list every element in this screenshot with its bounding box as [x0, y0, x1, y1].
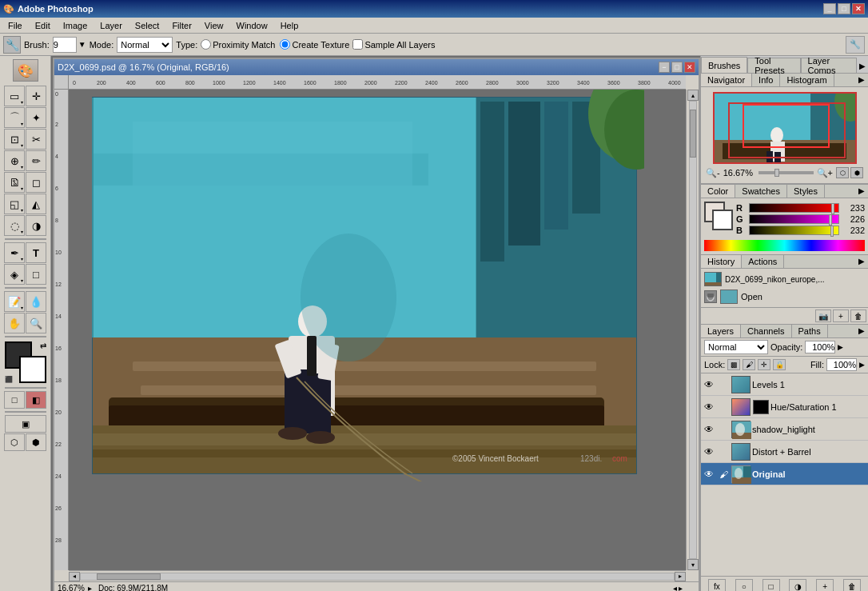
menu-file[interactable]: File [2, 19, 29, 32]
layer-visibility-hue[interactable]: 👁 [703, 401, 715, 413]
maximize-button[interactable]: □ [838, 3, 850, 14]
lock-all-button[interactable]: 🔒 [773, 359, 786, 370]
tab-brushes[interactable]: Brushes [701, 57, 747, 73]
tab-actions[interactable]: Actions [742, 255, 784, 268]
blue-slider-thumb[interactable] [830, 226, 834, 237]
doc-maximize-button[interactable]: □ [671, 62, 683, 73]
close-button[interactable]: ✕ [852, 3, 865, 14]
status-next[interactable]: ▸ [679, 584, 683, 591]
zoom-slider-thumb[interactable] [774, 169, 779, 177]
history-action-snap-button[interactable] [704, 290, 717, 303]
menu-image[interactable]: Image [57, 19, 94, 32]
layer-item-shadow[interactable]: 👁 shadow_higlight [701, 418, 868, 441]
notes-tool[interactable]: 📝▾ [4, 291, 25, 312]
layer-visibility-shadow[interactable]: 👁 [703, 423, 715, 436]
crop-tool[interactable]: ⊡▾ [4, 129, 25, 150]
eraser-tool[interactable]: ◻ [26, 172, 46, 193]
menu-help[interactable]: Help [274, 19, 305, 32]
tab-tool-presets[interactable]: Tool Presets [747, 58, 800, 73]
history-snapshot-item[interactable]: D2X_0699_nikon_europe,... [703, 270, 866, 288]
add-style-button[interactable]: fx [708, 579, 726, 591]
history-action-item[interactable]: Open [703, 288, 866, 305]
history-delete-button[interactable]: 🗑 [850, 309, 866, 322]
opacity-arrow[interactable]: ▶ [838, 343, 843, 351]
tab-color[interactable]: Color [701, 185, 735, 198]
layer-item-distort[interactable]: 👁 Distort + Barrel [701, 441, 868, 463]
scrollbar-track-h[interactable] [80, 573, 675, 581]
hand-tool[interactable]: ✋ [4, 313, 25, 333]
reset-colors-button[interactable]: ⬛ [5, 376, 13, 383]
brush-size-input[interactable] [53, 37, 77, 53]
blend-mode-select[interactable]: Normal [704, 340, 768, 354]
standard-mode-button[interactable]: □ [4, 391, 25, 409]
dodge-tool[interactable]: ◑ [26, 215, 46, 236]
lasso-tool[interactable]: ⌒▾ [4, 107, 25, 128]
magic-wand-tool[interactable]: ✦ [26, 107, 46, 128]
marquee-tool[interactable]: ▭▾ [4, 86, 25, 106]
sample-all-layers-label[interactable]: Sample All Layers [352, 39, 435, 50]
layer-item-original[interactable]: 👁 🖌 Original [701, 463, 868, 485]
doc-close-button[interactable]: ✕ [684, 62, 695, 73]
green-slider-thumb[interactable] [829, 214, 832, 226]
sample-all-layers-checkbox[interactable] [352, 39, 363, 50]
tab-histogram[interactable]: Histogram [780, 74, 834, 86]
jump-to-button-2[interactable]: ⬢ [26, 433, 46, 451]
tab-layer-comps[interactable]: Layer Comps [801, 58, 857, 73]
tab-layers[interactable]: Layers [701, 325, 741, 337]
shape-tool[interactable]: □ [26, 264, 46, 285]
layers-panel-menu[interactable]: ▶ [855, 325, 868, 337]
create-texture-radio-label[interactable]: Create Texture [280, 39, 349, 50]
fill-input[interactable] [826, 358, 857, 371]
status-prev[interactable]: ◂ [673, 584, 677, 591]
zoom-in-icon[interactable]: 🔍+ [817, 168, 833, 178]
panel-menu-button[interactable]: ▶ [857, 58, 868, 73]
move-tool[interactable]: ✛ [26, 86, 46, 106]
tab-channels[interactable]: Channels [741, 325, 791, 337]
tab-navigator[interactable]: Navigator [701, 74, 752, 86]
menu-window[interactable]: Window [230, 19, 274, 32]
zoom-out-icon[interactable]: 🔍- [706, 168, 720, 178]
nav-fit-button[interactable]: ⬡ [836, 167, 849, 178]
quick-mask-button[interactable]: ◧ [26, 391, 46, 409]
zoom-slider-track[interactable] [759, 171, 814, 174]
tab-history[interactable]: History [701, 255, 742, 268]
new-layer-button[interactable]: + [816, 579, 834, 591]
color-spectrum-bar[interactable] [704, 240, 865, 251]
brush-dropdown-icon[interactable]: ▼ [78, 40, 86, 49]
red-slider-thumb[interactable] [831, 203, 834, 214]
proximity-match-radio[interactable] [201, 39, 211, 50]
history-new-button[interactable]: + [833, 309, 849, 322]
scroll-right-button[interactable]: ▸ [675, 572, 686, 581]
layer-visibility-levels[interactable]: 👁 [703, 378, 715, 391]
create-texture-radio[interactable] [280, 39, 290, 50]
menu-select[interactable]: Select [129, 19, 166, 32]
jump-to-imageready[interactable]: ⬡ [4, 433, 25, 451]
new-group-button[interactable]: □ [762, 579, 780, 591]
text-tool[interactable]: T [26, 242, 46, 263]
background-color[interactable] [19, 356, 46, 383]
layer-item-hue[interactable]: 👁 Hue/Saturation 1 [701, 396, 868, 418]
pen-tool[interactable]: ✒▾ [4, 242, 25, 263]
tab-swatches[interactable]: Swatches [735, 185, 787, 198]
paint-bucket-tool[interactable]: ◭ [26, 194, 46, 214]
healing-brush-tool[interactable]: ⊕▾ [4, 150, 25, 171]
horizontal-scrollbar[interactable]: ◂ ▸ [69, 570, 686, 581]
lock-position-button[interactable]: ✛ [758, 359, 770, 370]
scrollbar-thumb-h[interactable] [97, 573, 161, 580]
swap-colors-button[interactable]: ⇄ [40, 341, 46, 350]
add-mask-button[interactable]: ○ [735, 579, 753, 591]
layer-visibility-distort[interactable]: 👁 [703, 445, 715, 458]
layer-item-levels[interactable]: 👁 Levels 1 [701, 373, 868, 396]
status-nav-buttons[interactable]: ◂ ▸ [673, 584, 683, 591]
layer-visibility-original[interactable]: 👁 [703, 468, 715, 481]
navigator-panel-menu[interactable]: ▶ [855, 74, 868, 86]
scrollbar-thumb-v[interactable] [690, 110, 696, 158]
scroll-left-button[interactable]: ◂ [69, 572, 80, 581]
eyedropper-tool[interactable]: 💧 [26, 291, 46, 312]
nav-100-button[interactable]: ⬢ [850, 167, 863, 178]
new-adjustment-button[interactable]: ◑ [789, 579, 806, 591]
scroll-up-button[interactable]: ▴ [687, 90, 699, 101]
green-channel-slider[interactable] [749, 214, 839, 224]
color-panel-menu[interactable]: ▶ [855, 185, 868, 198]
window-controls[interactable]: _ □ ✕ [823, 3, 865, 14]
